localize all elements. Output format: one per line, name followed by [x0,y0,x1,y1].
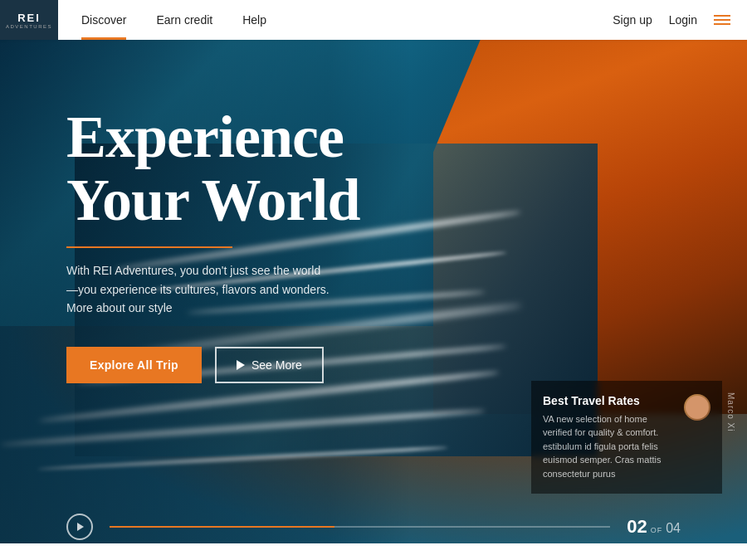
slide-counter: 02 OF 04 [627,516,681,538]
hero-bottom-controls: 02 OF 04 [0,514,747,540]
hero-section: Experience Your World With REI Adventure… [0,40,747,560]
bottom-strip [0,543,747,560]
play-circle-icon [77,523,84,531]
slide-of-label: OF [651,526,663,534]
hero-buttons: Explore All Trip See More [66,347,359,383]
signup-link[interactable]: Sign up [613,13,652,27]
logo-brand: REI [17,12,41,24]
play-icon [237,360,245,370]
navbar: REI ADVENTURES Discover Earn credit Help… [0,0,747,40]
hero-title-line2: Your World [66,167,359,233]
nav-links: Discover Earn credit Help [66,0,281,40]
slide-current: 02 [627,516,647,538]
explore-all-trip-button[interactable]: Explore All Trip [66,347,202,383]
see-more-button[interactable]: See More [215,347,324,383]
hero-title: Experience Your World [66,106,359,231]
logo-sub: ADVENTURES [6,24,52,29]
hero-content: Experience Your World With REI Adventure… [66,106,359,383]
nav-link-earn-credit[interactable]: Earn credit [141,0,227,40]
progress-bar-fill [110,526,334,528]
travel-rates-card: Best Travel Rates VA new selection of ho… [531,381,722,494]
card-text: Best Travel Rates VA new selection of ho… [543,394,674,481]
nav-link-discover[interactable]: Discover [66,0,141,40]
avatar-face [686,396,709,419]
author-label: Marco Xi [726,392,735,431]
hero-title-line1: Experience [66,104,344,170]
hamburger-menu-icon[interactable] [714,15,730,25]
hero-title-divider [66,246,232,248]
play-button[interactable] [66,514,93,540]
hero-subtitle: With REI Adventures, you don't just see … [66,261,332,317]
login-link[interactable]: Login [669,13,697,27]
slide-total: 04 [666,521,681,536]
card-body: VA new selection of home verified for qu… [543,412,674,481]
nav-link-help[interactable]: Help [227,0,281,40]
avatar [684,394,710,421]
progress-bar[interactable] [110,526,610,528]
see-more-label: See More [251,358,302,372]
nav-right: Sign up Login [613,13,730,27]
card-title: Best Travel Rates [543,394,674,407]
logo[interactable]: REI ADVENTURES [0,0,58,40]
